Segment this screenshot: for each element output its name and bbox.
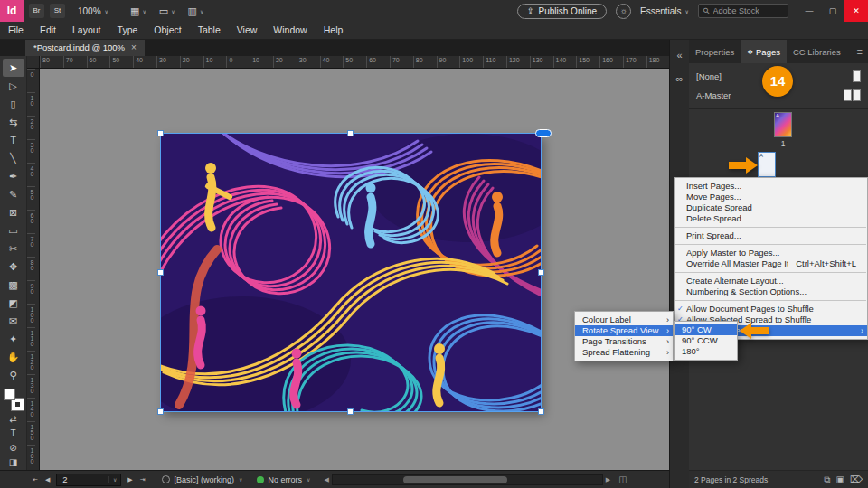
context-menu-item[interactable] (675, 227, 866, 228)
close-tab-icon[interactable]: × (131, 40, 137, 56)
page-tool[interactable]: ▯ (3, 95, 24, 113)
submenu-item[interactable]: 180° (675, 346, 737, 357)
fill-swatch[interactable] (4, 389, 15, 400)
gap-tool[interactable]: ⇆ (3, 113, 24, 131)
submenu-item[interactable]: Page Transitions › (575, 336, 673, 347)
context-menu-item[interactable]: Print Spread... (675, 230, 867, 241)
menubar-item[interactable]: Object (146, 22, 189, 39)
close-button[interactable]: ✕ (844, 0, 868, 22)
ruler-origin[interactable] (27, 56, 40, 69)
document-page[interactable] (161, 134, 541, 411)
zoom-level-dropdown[interactable]: 100% ∨ (74, 6, 112, 16)
submenu-item[interactable]: Colour Label › (575, 314, 673, 325)
context-menu-item[interactable]: Apply Master to Pages... (675, 248, 867, 258)
frame-badge[interactable] (535, 129, 552, 137)
selection-handle[interactable] (347, 130, 354, 136)
lightbulb-icon[interactable]: ☼ (616, 4, 631, 19)
menubar-item[interactable]: Layout (64, 22, 109, 39)
context-menu-item[interactable] (675, 300, 866, 301)
view-options-icon[interactable]: ▦ ∨ (124, 5, 153, 17)
gradient-feather-tool[interactable]: ◩ (3, 294, 24, 312)
menubar-item[interactable]: Table (190, 22, 229, 39)
rectangle-tool[interactable]: ▭ (3, 221, 24, 239)
selection-handle[interactable] (157, 269, 164, 276)
page-number-dropdown[interactable]: 2 ∨ (56, 474, 121, 486)
formatting-affects-text-icon[interactable]: T (3, 427, 24, 441)
context-menu-item[interactable] (675, 272, 866, 273)
submenu-item[interactable]: Rotate Spread View › (575, 325, 673, 336)
delete-page-icon[interactable]: ⌦ (850, 474, 863, 485)
fill-stroke-swatches[interactable] (4, 389, 24, 410)
preflight-menu-icon[interactable] (162, 475, 170, 483)
note-tool[interactable]: ✉ (3, 312, 24, 330)
panel-menu-icon[interactable]: ≡ (852, 40, 868, 63)
stock-search-input[interactable]: ⚲ Adobe Stock (698, 4, 788, 18)
edit-page-size-icon[interactable]: ⧉ (824, 474, 830, 485)
scissors-tool[interactable]: ✂ (3, 239, 24, 258)
app-badge[interactable]: St (50, 4, 65, 18)
menubar-item[interactable]: Help (316, 22, 352, 39)
type-tool[interactable]: T (3, 131, 24, 149)
collapse-panels-icon[interactable]: « (672, 47, 688, 63)
gradient-tool[interactable]: ▩ (3, 276, 24, 294)
hand-tool[interactable]: ✋ (3, 348, 24, 366)
context-menu-item[interactable]: Numbering & Section Options... (675, 286, 867, 297)
tab-properties[interactable]: Properties (689, 40, 741, 63)
selection-tool[interactable]: ➤ (3, 59, 24, 77)
menubar-item[interactable]: Edit (32, 22, 64, 39)
direct-selection-tool[interactable]: ▷ (3, 77, 24, 95)
selection-handle[interactable] (538, 269, 544, 276)
minimize-button[interactable]: — (797, 0, 821, 22)
new-page-icon[interactable]: ▣ (835, 474, 844, 485)
menubar-item[interactable]: Window (265, 22, 315, 39)
vertical-ruler[interactable]: 0102030405060708090100110120130140150160 (27, 69, 40, 470)
context-menu-item[interactable]: ✓ Allow Document Pages to Shuffle (675, 304, 867, 314)
links-panel-icon[interactable]: ∞ (672, 70, 688, 87)
menubar-item[interactable]: View (229, 22, 266, 39)
context-menu-item[interactable]: Delete Spread (675, 213, 867, 224)
screen-mode-icon[interactable]: ◨ (3, 455, 24, 470)
menubar-item[interactable]: Type (109, 22, 146, 39)
apply-none-icon[interactable]: ⊘ (3, 441, 24, 455)
split-layout-icon[interactable]: ◫ (618, 474, 627, 484)
workspace-switcher[interactable]: Essentials ∨ (640, 6, 689, 16)
selection-handle[interactable] (347, 408, 354, 415)
context-menu-item[interactable]: Duplicate Spread (675, 202, 867, 213)
line-tool[interactable]: ╲ (3, 149, 24, 167)
pencil-tool[interactable]: ✎ (3, 185, 24, 203)
last-spread-button[interactable]: ⇥ (137, 476, 149, 483)
context-menu-item[interactable] (675, 244, 866, 245)
submenu-item[interactable]: 90° CCW (675, 335, 737, 346)
free-transform-tool[interactable]: ✥ (3, 258, 24, 276)
swap-fill-stroke-icon[interactable]: ⇄ (3, 412, 24, 427)
next-page-button[interactable]: ▶ (124, 476, 136, 483)
document-tab[interactable]: *Postcard.indd @ 100% × (25, 40, 145, 56)
preflight-profile[interactable]: [Basic] (working) (175, 475, 235, 484)
pen-tool[interactable]: ✒ (3, 167, 24, 185)
submenu-item[interactable]: Spread Flattening › (575, 347, 673, 358)
selection-handle[interactable] (157, 408, 164, 415)
zoom-tool[interactable]: ⚲ (3, 366, 24, 384)
context-menu-item[interactable]: Move Pages... (675, 192, 867, 202)
menubar-item[interactable]: File (0, 22, 32, 39)
page-2-thumbnail[interactable]: A (758, 152, 776, 177)
preflight-status[interactable]: No errors (268, 475, 302, 484)
context-menu-item[interactable]: Override All Master Page Items Ctrl+Alt+… (675, 258, 867, 269)
restore-button[interactable]: ▢ (821, 0, 844, 22)
eyedropper-tool[interactable]: ✦ (3, 330, 24, 348)
context-menu-item[interactable]: Create Alternate Layout... (675, 276, 867, 286)
screen-mode-icon[interactable]: ▭ ∨ (153, 5, 182, 17)
tab-pages[interactable]: ≎ Pages (741, 40, 787, 63)
page-1-thumbnail[interactable]: A (774, 112, 792, 137)
scroll-right-button[interactable]: ▶ (603, 476, 613, 483)
submenu-item[interactable]: 90° CW (675, 324, 737, 335)
rectangle-frame-tool[interactable]: ⊠ (3, 203, 24, 221)
selection-handle[interactable] (157, 130, 164, 136)
arrange-documents-icon[interactable]: ▥ ∨ (182, 5, 211, 17)
first-spread-button[interactable]: ⇤ (29, 476, 42, 483)
previous-page-button[interactable]: ◀ (42, 476, 53, 483)
scrollbar-thumb[interactable] (403, 476, 507, 483)
publish-online-button[interactable]: ⇪ Publish Online (517, 4, 607, 19)
selection-handle[interactable] (538, 408, 544, 415)
horizontal-scrollbar[interactable] (332, 474, 603, 485)
